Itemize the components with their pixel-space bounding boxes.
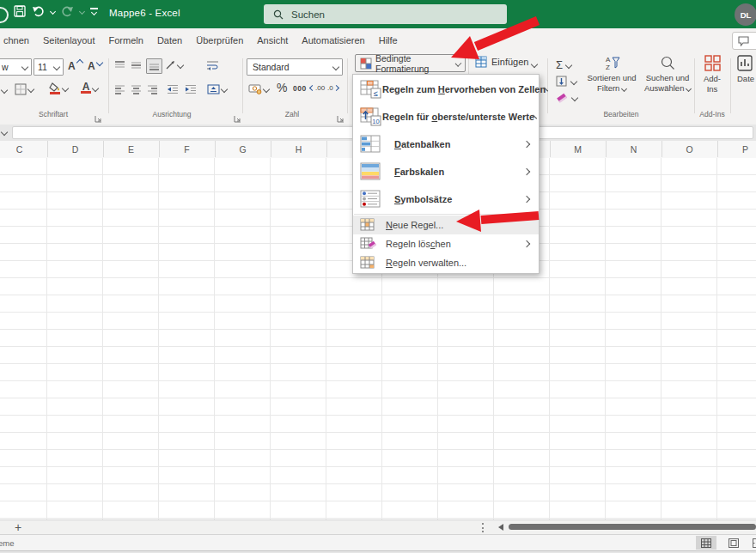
color-scales-icon (360, 161, 394, 182)
menu-item-manage-rules[interactable]: Regeln verwalten... (353, 253, 539, 272)
number-dialog-launcher[interactable] (337, 111, 344, 118)
data-analysis-button-cut[interactable]: Date (737, 55, 756, 84)
add-ins-button[interactable]: Add- Ins (696, 55, 729, 94)
horizontal-scrollbar-thumb[interactable] (509, 524, 756, 530)
column-header[interactable]: N (606, 141, 662, 157)
column-header[interactable]: D (47, 141, 104, 157)
font-color-icon: A (81, 82, 91, 94)
ribbon-tab[interactable]: Formeln (102, 28, 150, 53)
underline-dropdown-cut[interactable] (1, 87, 8, 94)
svg-text:Z: Z (606, 64, 610, 70)
fill-color-button[interactable] (49, 82, 68, 94)
find-select-button[interactable]: Suchen und Auswählen (641, 55, 694, 94)
align-left-button[interactable] (114, 84, 125, 94)
sheet-tab-bar: + (0, 520, 756, 535)
normal-view-button[interactable] (696, 536, 716, 550)
increase-decimal-button[interactable]: .00 (310, 84, 325, 92)
ribbon-tab[interactable]: Daten (150, 28, 189, 53)
menu-item-icon-sets[interactable]: Symbolsätze (353, 185, 539, 213)
column-header[interactable]: C (0, 141, 48, 157)
undo-dropdown-chevron-icon[interactable] (50, 8, 56, 14)
font-color-button[interactable]: A (81, 82, 98, 94)
merge-center-button[interactable] (207, 84, 227, 94)
undo-icon[interactable] (32, 5, 45, 17)
sort-filter-button[interactable]: AZ Sortieren und Filtern (582, 55, 641, 94)
wrap-text-button[interactable] (206, 60, 219, 70)
new-rule-icon (360, 218, 386, 232)
ribbon-tab[interactable]: Automatisieren (295, 28, 371, 53)
column-header[interactable]: F (159, 141, 216, 157)
page-layout-view-button[interactable] (723, 536, 744, 550)
ribbon-tab[interactable]: chnen (0, 28, 36, 53)
autosum-button[interactable]: Σ (556, 58, 571, 71)
insert-dropdown-chevron-icon[interactable] (531, 61, 538, 68)
font-dialog-launcher[interactable] (94, 111, 102, 118)
comment-icon (738, 36, 749, 46)
menu-item-highlight-cells-rules[interactable]: ≤ Regeln zum Hervorheben von Zellen (353, 76, 539, 103)
ribbon-tab[interactable]: Überprüfen (189, 28, 250, 53)
column-header[interactable]: O (662, 141, 718, 157)
add-ins-label-1: Add- (696, 74, 729, 84)
menu-item-clear-rules[interactable]: Regeln löschen (353, 234, 539, 253)
percent-style-button[interactable]: % (277, 81, 287, 94)
align-top-button[interactable] (114, 60, 125, 70)
avatar[interactable]: DL (735, 3, 756, 26)
page-break-view-button[interactable] (747, 536, 756, 550)
svg-text:10: 10 (372, 118, 379, 125)
align-bottom-button[interactable] (146, 58, 162, 74)
conditional-formatting-button[interactable]: Bedingte Formatierung (355, 54, 466, 72)
search-box[interactable]: Suchen (264, 4, 507, 24)
align-right-button[interactable] (147, 84, 158, 94)
column-header[interactable]: H (271, 141, 327, 157)
save-icon[interactable] (14, 5, 26, 17)
group-separator (347, 58, 348, 113)
group-separator (242, 58, 243, 113)
customize-qat-icon[interactable] (90, 8, 98, 15)
status-bar: eme (0, 534, 756, 551)
tab-scroll-handle-icon[interactable] (482, 523, 484, 532)
grow-font-button[interactable]: A (68, 60, 82, 72)
submenu-chevron-icon (523, 168, 530, 175)
scroll-left-arrow-icon[interactable] (498, 524, 503, 531)
align-center-button[interactable] (131, 84, 142, 94)
ribbon-tab[interactable]: Seitenlayout (36, 28, 102, 53)
clear-rules-icon (360, 237, 386, 251)
fill-button[interactable] (556, 76, 576, 87)
font-name-combo[interactable]: w (0, 58, 32, 76)
column-header[interactable]: M (550, 141, 607, 157)
decrease-decimal-button[interactable]: .0 (327, 84, 338, 92)
menu-item-top-bottom-rules[interactable]: 10 Regeln für oberste/unterste Werte (353, 103, 539, 131)
comma-style-button[interactable]: 000 (293, 84, 307, 93)
accounting-format-button[interactable] (248, 83, 269, 94)
redo-icon (61, 5, 74, 17)
shrink-font-button[interactable]: A (88, 60, 102, 72)
alignment-dialog-launcher[interactable] (234, 111, 241, 118)
decrease-indent-button[interactable] (167, 84, 179, 94)
menu-item-new-rule[interactable]: Neue Regel... (353, 216, 539, 234)
borders-icon (15, 83, 27, 95)
autosave-toggle-cut[interactable] (0, 7, 9, 23)
clear-button[interactable] (556, 92, 577, 103)
excel-window: Mappe6 - Excel Suchen DL chnenSeitenlayo… (0, 0, 756, 553)
menu-item-data-bars[interactable]: Datenbalken (353, 131, 539, 158)
ribbon-tab[interactable]: Hilfe (372, 28, 405, 53)
insert-cells-button[interactable]: Einfügen (475, 56, 528, 68)
add-ins-icon (704, 55, 721, 71)
number-format-combo[interactable]: Standard (247, 58, 343, 76)
font-size-combo[interactable]: 11 (34, 58, 64, 76)
orientation-icon (165, 60, 176, 70)
column-header[interactable]: P (717, 141, 756, 157)
merge-center-icon (207, 84, 220, 94)
name-box-chevron-icon[interactable] (1, 129, 8, 136)
column-header[interactable]: E (103, 141, 160, 157)
increase-indent-button[interactable] (185, 84, 197, 94)
add-sheet-button[interactable]: + (11, 520, 25, 534)
orientation-button[interactable] (165, 60, 183, 70)
column-header[interactable]: G (215, 141, 271, 157)
align-middle-button[interactable] (131, 60, 142, 70)
ribbon-tab[interactable]: Ansicht (250, 28, 295, 53)
borders-button[interactable] (15, 83, 34, 95)
menu-item-color-scales[interactable]: Farbskalen (353, 158, 539, 185)
font-size-value: 11 (38, 62, 47, 72)
comments-button[interactable] (732, 32, 756, 50)
